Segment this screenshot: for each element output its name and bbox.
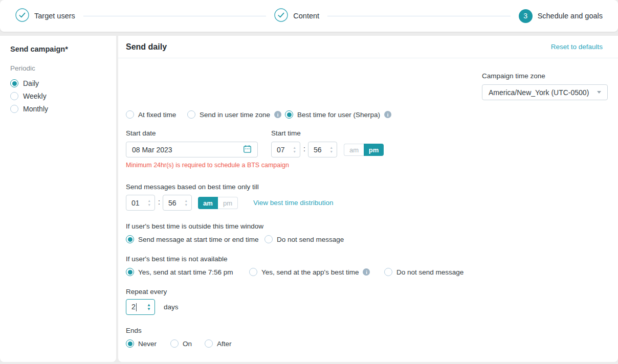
start-date-value: 08 Mar 2023: [132, 146, 172, 154]
outside-window-label: If user's best time is outside this time…: [126, 222, 618, 230]
radio-ends-on[interactable]: On: [170, 339, 192, 348]
radio-send-at-apps-best-time[interactable]: Yes, send at the app's best time i: [249, 268, 370, 276]
sidebar-title: Send campaign*: [10, 45, 106, 53]
chevron-down-icon: [597, 91, 601, 94]
step-connector: [327, 16, 511, 16]
start-meridiem-toggle: am pm: [344, 144, 384, 156]
time-separator: :: [158, 198, 160, 206]
campaign-timezone-field: Campaign time zone America/New_York (UTC…: [482, 72, 608, 100]
check-icon: [274, 8, 288, 24]
radio-icon: [10, 79, 18, 87]
repeat-every-label: Repeat every: [126, 288, 618, 295]
radio-icon: [205, 339, 213, 348]
radio-icon: [126, 268, 134, 276]
radio-weekly[interactable]: Weekly: [10, 92, 106, 100]
repeat-days-stepper[interactable]: 2 ▲▼: [126, 299, 155, 315]
repeat-row: 2 ▲▼ days: [126, 299, 618, 315]
not-available-options: Yes, send at start time 7:56 pm Yes, sen…: [126, 268, 618, 276]
repeat-value: 2: [131, 303, 137, 311]
start-inputs-row: 08 Mar 2023 07 ▲▼ : 56 ▲▼ am pm: [126, 142, 618, 157]
radio-ends-never[interactable]: Never: [126, 339, 157, 348]
pm-toggle[interactable]: pm: [364, 144, 384, 156]
timezone-select[interactable]: America/New_York (UTC-0500): [482, 84, 608, 100]
radio-label: Do not send message: [277, 236, 344, 243]
start-hour-stepper[interactable]: 07 ▲▼: [271, 142, 300, 157]
step-label: Content: [293, 12, 319, 20]
not-available-label: If user's best time is not available: [126, 255, 618, 263]
radio-at-fixed-time[interactable]: At fixed time: [126, 110, 176, 119]
start-time-label: Start time: [271, 129, 301, 137]
info-icon[interactable]: i: [384, 111, 391, 118]
radio-icon: [10, 92, 18, 100]
radio-icon: [126, 339, 134, 348]
am-toggle[interactable]: am: [344, 144, 364, 156]
calendar-icon[interactable]: [243, 145, 252, 155]
radio-label: Do not send message: [396, 268, 464, 276]
till-minute-value: 56: [168, 199, 176, 207]
radio-do-not-send-not-available[interactable]: Do not send message: [384, 268, 464, 276]
step-schedule-and-goals[interactable]: 3 Schedule and goals: [519, 9, 603, 23]
start-minute-value: 56: [314, 146, 322, 154]
radio-daily[interactable]: Daily: [10, 79, 106, 87]
am-toggle[interactable]: am: [198, 197, 218, 209]
radio-label: Send in user time zone: [200, 111, 270, 119]
stepper-arrows-icon[interactable]: ▲▼: [330, 146, 333, 153]
radio-ends-after[interactable]: After: [205, 339, 232, 348]
repeat-unit-label: days: [164, 303, 179, 311]
radio-best-time-for-user[interactable]: Best time for user (Sherpa) i: [285, 110, 391, 119]
panel-title: Send daily: [126, 42, 167, 52]
pm-toggle[interactable]: pm: [218, 197, 238, 209]
outside-window-options: Send message at start time or end time D…: [126, 235, 618, 243]
radio-icon: [264, 235, 273, 243]
radio-label: Monthly: [23, 105, 48, 113]
radio-label: Weekly: [23, 92, 47, 100]
timezone-value: America/New_York (UTC-0500): [489, 88, 589, 97]
radio-label: After: [217, 340, 232, 348]
stepper-arrows-icon[interactable]: ▲▼: [293, 146, 296, 153]
start-minute-stepper[interactable]: 56 ▲▼: [308, 142, 337, 157]
radio-monthly[interactable]: Monthly: [10, 105, 106, 113]
best-time-till-label: Send messages based on best time only ti…: [126, 183, 618, 191]
check-icon: [15, 8, 29, 24]
till-minute-stepper[interactable]: 56 ▲▼: [163, 195, 192, 211]
radio-label: Send message at start time or end time: [138, 236, 259, 243]
radio-icon: [384, 268, 392, 276]
view-best-time-distribution-link[interactable]: View best time distribution: [253, 199, 334, 207]
step-content[interactable]: Content: [274, 8, 319, 24]
text-cursor: [136, 303, 137, 311]
step-target-users[interactable]: Target users: [15, 8, 75, 24]
info-icon[interactable]: i: [363, 268, 370, 276]
radio-icon: [249, 268, 257, 276]
radio-label: Best time for user (Sherpa): [297, 111, 380, 119]
step-number-badge: 3: [519, 9, 533, 23]
radio-label: Never: [138, 340, 157, 348]
timezone-label: Campaign time zone: [482, 72, 608, 80]
ends-label: Ends: [126, 327, 618, 334]
radio-do-not-send-outside[interactable]: Do not send message: [264, 235, 344, 243]
step-connector: [83, 16, 267, 16]
radio-send-at-start-or-end[interactable]: Send message at start time or end time: [126, 235, 259, 243]
radio-icon: [126, 235, 134, 243]
radio-send-at-start-time[interactable]: Yes, send at start time 7:56 pm: [126, 268, 233, 276]
panel-header: Send daily Reset to defaults: [118, 36, 618, 58]
start-date-label: Start date: [126, 129, 156, 137]
info-icon[interactable]: i: [274, 111, 281, 118]
radio-label: On: [183, 340, 192, 348]
step-label: Schedule and goals: [538, 12, 603, 20]
reset-to-defaults-link[interactable]: Reset to defaults: [551, 43, 603, 51]
ends-options: Never On After: [126, 339, 618, 348]
till-hour-stepper[interactable]: 01 ▲▼: [126, 195, 155, 211]
radio-send-in-user-time-zone[interactable]: Send in user time zone i: [187, 110, 281, 119]
wizard-stepper: Target users Content 3 Schedule and goal…: [0, 0, 618, 32]
radio-label: Daily: [23, 79, 39, 87]
schedule-panel: Send daily Reset to defaults Campaign ti…: [118, 36, 618, 362]
stepper-arrows-icon[interactable]: ▲▼: [185, 199, 188, 207]
schedule-sidebar: Send campaign* Periodic Daily Weekly Mon…: [0, 36, 116, 362]
radio-icon: [126, 110, 134, 119]
best-time-till-row: 01 ▲▼ : 56 ▲▼ am pm View best time distr…: [126, 195, 618, 211]
send-mode-options: At fixed time Send in user time zone i B…: [126, 110, 618, 119]
start-date-input[interactable]: 08 Mar 2023: [126, 142, 258, 157]
stepper-arrows-icon[interactable]: ▲▼: [147, 304, 151, 311]
till-hour-value: 01: [131, 199, 140, 207]
stepper-arrows-icon[interactable]: ▲▼: [148, 199, 151, 207]
